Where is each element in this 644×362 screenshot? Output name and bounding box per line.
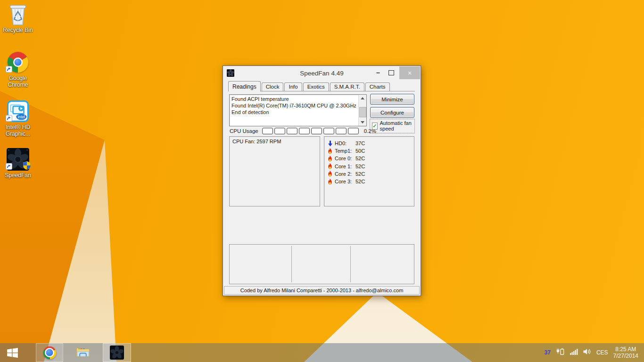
- desktop-screen: Recycle Bin Google Chrome intel: [0, 0, 644, 362]
- desktop-icon-google-chrome[interactable]: Google Chrome: [0, 51, 36, 88]
- windows-logo-icon: [7, 348, 18, 358]
- sensor-row: HD0: 37C: [324, 137, 414, 147]
- detection-log-text: Found ACPI temperature Found Intel(R) Co…: [230, 95, 358, 126]
- bottom-info-panel: [229, 244, 414, 284]
- sensor-value: 50C: [355, 148, 365, 154]
- taskbar-chrome-button[interactable]: [36, 343, 63, 362]
- tab-smart[interactable]: S.M.A.R.T.: [330, 82, 364, 91]
- network-signal-icon[interactable]: [570, 348, 578, 357]
- tray-time: 8:25 AM: [613, 346, 638, 353]
- sensor-label: HD0:: [335, 140, 355, 146]
- cpu-usage-segment: [323, 128, 334, 134]
- desktop-icon-label: Recycle Bin: [3, 27, 33, 33]
- temp-down-arrow-icon: [328, 140, 335, 147]
- cpu-usage-segment: [274, 128, 285, 134]
- maximize-window-button[interactable]: [386, 67, 396, 78]
- minimize-button[interactable]: Minimize: [370, 94, 414, 105]
- tab-strip: Readings Clock Info Exotics S.M.A.R.T. C…: [228, 81, 415, 91]
- flame-icon: [328, 171, 335, 177]
- desktop-icon-recycle-bin[interactable]: Recycle Bin: [0, 3, 36, 33]
- flame-icon: [328, 156, 335, 162]
- log-line: Found Intel(R) Core(TM) i7-3610QM CPU @ …: [231, 102, 356, 109]
- sensor-row: Core 3: 52C: [324, 178, 414, 185]
- cpu-usage-segment: [299, 128, 310, 134]
- sensor-value: 52C: [355, 179, 365, 184]
- sensor-value: 52C: [355, 156, 365, 161]
- detection-log[interactable]: Found ACPI temperature Found Intel(R) Co…: [229, 94, 367, 126]
- log-scrollbar[interactable]: [358, 95, 366, 126]
- tab-info[interactable]: Info: [284, 82, 302, 91]
- tab-charts[interactable]: Charts: [365, 82, 390, 91]
- sensor-row: Core 1: 52C: [324, 163, 414, 170]
- security-shield-icon: [23, 161, 31, 172]
- sensor-label: Temp1:: [335, 148, 355, 154]
- desktop-icon-speedfan[interactable]: SpeedFan: [0, 148, 36, 179]
- tab-readings[interactable]: Readings: [228, 81, 261, 91]
- cpu-usage-segment: [311, 128, 322, 134]
- scrollbar-thumb[interactable]: [359, 107, 366, 117]
- panel-divider: [291, 246, 292, 282]
- cpu-usage-segment: [348, 128, 359, 134]
- automatic-fan-speed-label: Automatic fan speed: [380, 121, 414, 132]
- automatic-fan-speed-checkbox[interactable]: ✓: [372, 123, 378, 130]
- speedfan-tray-temperature[interactable]: 37: [545, 349, 551, 356]
- cpu-usage-row: CPU Usage 0.2%: [230, 127, 376, 135]
- temperature-readings-panel: HD0: 37C Temp1: 50C Core 0: 52C Core 1: …: [324, 136, 414, 206]
- sensor-label: Core 3:: [335, 179, 355, 184]
- desktop-icon-label: Google Chrome: [4, 75, 32, 88]
- shortcut-arrow-icon: [6, 66, 12, 74]
- flame-icon: [328, 179, 335, 185]
- system-tray: 37: [545, 346, 644, 359]
- cpu-usage-segment: [262, 128, 273, 134]
- speedfan-icon: [110, 346, 124, 360]
- scroll-up-icon[interactable]: [359, 95, 366, 102]
- sensor-row: Core 0: 52C: [324, 155, 414, 162]
- panel-divider: [350, 246, 351, 282]
- recycle-bin-icon: [7, 3, 29, 25]
- taskbar: 37: [0, 343, 644, 362]
- desktop-icon-intel-hd[interactable]: intel Intel® HD Graphic...: [0, 100, 36, 137]
- flame-icon: [328, 163, 335, 169]
- flame-icon: [328, 148, 335, 154]
- tab-clock[interactable]: Clock: [262, 82, 284, 91]
- configure-button[interactable]: Configure: [370, 107, 414, 118]
- volume-icon[interactable]: [583, 348, 591, 357]
- fan-readings-panel: CPU Fan: 2597 RPM: [229, 136, 320, 206]
- log-line: End of detection: [231, 109, 356, 115]
- sensor-value: 52C: [355, 171, 365, 177]
- minimize-window-button[interactable]: –: [373, 67, 383, 78]
- tab-exotics[interactable]: Exotics: [303, 82, 329, 91]
- shortcut-arrow-icon: [6, 163, 12, 172]
- sensor-row: Core 2: 52C: [324, 170, 414, 178]
- sensor-value: 37C: [355, 140, 365, 146]
- cpu-usage-segment: [336, 128, 347, 134]
- titlebar[interactable]: SpeedFan 4.49 – ×: [223, 66, 421, 80]
- taskbar-file-explorer-button[interactable]: [69, 343, 97, 362]
- shortcut-arrow-icon: [6, 115, 12, 123]
- cpu-usage-segment: [287, 128, 297, 134]
- taskbar-speedfan-button[interactable]: [103, 343, 131, 362]
- sensor-label: Core 2:: [335, 171, 355, 177]
- intel-hd-icon: intel: [7, 100, 29, 123]
- desktop-icon-label: Intel® HD Graphic...: [0, 124, 36, 137]
- cpu-usage-label: CPU Usage: [230, 128, 258, 134]
- maximize-icon: [388, 70, 394, 75]
- speedfan-window: SpeedFan 4.49 – × Readings Clock Info Ex…: [223, 66, 421, 296]
- automatic-fan-speed-group: ✓ Automatic fan speed: [370, 119, 415, 133]
- start-button[interactable]: [0, 343, 25, 362]
- power-icon[interactable]: [556, 348, 565, 357]
- svg-text:intel: intel: [18, 115, 25, 119]
- close-window-button[interactable]: ×: [399, 66, 420, 79]
- sensor-value: 52C: [355, 164, 365, 169]
- file-explorer-icon: [76, 346, 90, 359]
- tray-date: 7/27/2014: [613, 353, 638, 359]
- scroll-down-icon[interactable]: [359, 119, 366, 126]
- keyboard-layout-indicator[interactable]: CES: [596, 349, 608, 356]
- chrome-icon: [7, 51, 29, 74]
- status-bar: Coded by Alfredo Milani Comparetti - 200…: [224, 286, 420, 295]
- sensor-row: Temp1: 50C: [324, 147, 414, 155]
- sensor-label: Core 1:: [335, 164, 355, 169]
- cpu-fan-reading: CPU Fan: 2597 RPM: [230, 137, 320, 146]
- tray-clock[interactable]: 8:25 AM 7/27/2014: [613, 346, 638, 359]
- log-line: Found ACPI temperature: [231, 96, 356, 102]
